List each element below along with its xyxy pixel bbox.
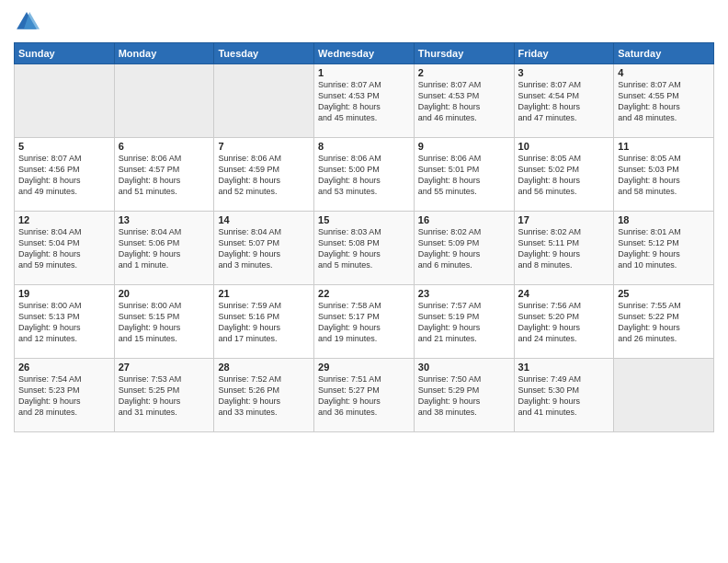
day-cell: 18Sunrise: 8:01 AM Sunset: 5:12 PM Dayli… [614, 212, 714, 285]
header-wednesday: Wednesday [314, 43, 415, 64]
day-info: Sunrise: 7:54 AM Sunset: 5:23 PM Dayligh… [18, 373, 110, 419]
day-cell: 24Sunrise: 7:56 AM Sunset: 5:20 PM Dayli… [514, 285, 614, 359]
day-info: Sunrise: 8:07 AM Sunset: 4:55 PM Dayligh… [618, 79, 710, 124]
day-number: 9 [418, 141, 510, 152]
day-info: Sunrise: 8:02 AM Sunset: 5:11 PM Dayligh… [518, 226, 610, 271]
day-number: 14 [218, 214, 310, 225]
day-cell: 1Sunrise: 8:07 AM Sunset: 4:53 PM Daylig… [314, 64, 415, 138]
day-number: 18 [618, 214, 710, 225]
day-number: 16 [418, 214, 510, 225]
week-row-0: 1Sunrise: 8:07 AM Sunset: 4:53 PM Daylig… [15, 64, 714, 138]
day-number: 31 [518, 362, 610, 373]
day-info: Sunrise: 8:07 AM Sunset: 4:54 PM Dayligh… [518, 79, 610, 124]
day-number: 26 [18, 362, 110, 373]
day-info: Sunrise: 8:00 AM Sunset: 5:13 PM Dayligh… [18, 300, 110, 345]
day-number: 30 [418, 362, 510, 373]
day-cell: 12Sunrise: 8:04 AM Sunset: 5:04 PM Dayli… [15, 212, 115, 285]
day-number: 21 [218, 288, 310, 299]
day-number: 1 [318, 67, 410, 78]
day-number: 29 [318, 362, 410, 373]
day-info: Sunrise: 8:05 AM Sunset: 5:03 PM Dayligh… [618, 153, 710, 198]
day-cell: 7Sunrise: 8:06 AM Sunset: 4:59 PM Daylig… [214, 138, 314, 212]
day-cell: 25Sunrise: 7:55 AM Sunset: 5:22 PM Dayli… [614, 285, 714, 359]
day-info: Sunrise: 7:58 AM Sunset: 5:17 PM Dayligh… [318, 300, 410, 345]
day-info: Sunrise: 7:59 AM Sunset: 5:16 PM Dayligh… [218, 300, 310, 345]
day-number: 3 [518, 67, 610, 78]
header-sunday: Sunday [15, 43, 115, 64]
day-number: 23 [418, 288, 510, 299]
day-cell: 14Sunrise: 8:04 AM Sunset: 5:07 PM Dayli… [214, 212, 314, 285]
day-number: 11 [618, 141, 710, 152]
day-cell: 10Sunrise: 8:05 AM Sunset: 5:02 PM Dayli… [514, 138, 614, 212]
day-info: Sunrise: 8:06 AM Sunset: 4:59 PM Dayligh… [218, 153, 310, 198]
day-info: Sunrise: 8:01 AM Sunset: 5:12 PM Dayligh… [618, 226, 710, 271]
day-cell: 16Sunrise: 8:02 AM Sunset: 5:09 PM Dayli… [414, 212, 514, 285]
day-info: Sunrise: 8:04 AM Sunset: 5:06 PM Dayligh… [119, 226, 210, 271]
day-info: Sunrise: 8:07 AM Sunset: 4:53 PM Dayligh… [318, 79, 410, 124]
day-cell: 31Sunrise: 7:49 AM Sunset: 5:30 PM Dayli… [514, 359, 614, 432]
day-info: Sunrise: 7:49 AM Sunset: 5:30 PM Dayligh… [518, 373, 610, 419]
day-cell: 3Sunrise: 8:07 AM Sunset: 4:54 PM Daylig… [514, 64, 614, 138]
day-number: 20 [119, 288, 210, 299]
day-number: 2 [418, 67, 510, 78]
day-info: Sunrise: 8:02 AM Sunset: 5:09 PM Dayligh… [418, 226, 510, 271]
day-cell: 22Sunrise: 7:58 AM Sunset: 5:17 PM Dayli… [314, 285, 415, 359]
day-cell: 8Sunrise: 8:06 AM Sunset: 5:00 PM Daylig… [314, 138, 415, 212]
week-row-3: 19Sunrise: 8:00 AM Sunset: 5:13 PM Dayli… [15, 285, 714, 359]
day-cell: 29Sunrise: 7:51 AM Sunset: 5:27 PM Dayli… [314, 359, 415, 432]
day-info: Sunrise: 8:03 AM Sunset: 5:08 PM Dayligh… [318, 226, 410, 271]
day-info: Sunrise: 8:05 AM Sunset: 5:02 PM Dayligh… [518, 153, 610, 198]
logo-icon [14, 9, 40, 35]
logo [14, 9, 43, 35]
day-info: Sunrise: 7:55 AM Sunset: 5:22 PM Dayligh… [618, 300, 710, 345]
header-row-days: SundayMondayTuesdayWednesdayThursdayFrid… [15, 43, 714, 64]
day-number: 19 [18, 288, 110, 299]
header-friday: Friday [514, 43, 614, 64]
day-cell: 9Sunrise: 8:06 AM Sunset: 5:01 PM Daylig… [414, 138, 514, 212]
day-info: Sunrise: 8:07 AM Sunset: 4:53 PM Dayligh… [418, 79, 510, 124]
day-info: Sunrise: 7:53 AM Sunset: 5:25 PM Dayligh… [119, 373, 210, 419]
day-info: Sunrise: 7:51 AM Sunset: 5:27 PM Dayligh… [318, 373, 410, 419]
day-info: Sunrise: 8:06 AM Sunset: 5:01 PM Dayligh… [418, 153, 510, 198]
day-cell: 11Sunrise: 8:05 AM Sunset: 5:03 PM Dayli… [614, 138, 714, 212]
day-cell: 6Sunrise: 8:06 AM Sunset: 4:57 PM Daylig… [114, 138, 214, 212]
day-info: Sunrise: 8:04 AM Sunset: 5:07 PM Dayligh… [218, 226, 310, 271]
day-cell: 30Sunrise: 7:50 AM Sunset: 5:29 PM Dayli… [414, 359, 514, 432]
header-saturday: Saturday [614, 43, 714, 64]
day-info: Sunrise: 8:06 AM Sunset: 4:57 PM Dayligh… [119, 153, 210, 198]
header-row [14, 9, 714, 35]
week-row-4: 26Sunrise: 7:54 AM Sunset: 5:23 PM Dayli… [15, 359, 714, 432]
header-monday: Monday [114, 43, 214, 64]
header-thursday: Thursday [414, 43, 514, 64]
day-number: 12 [18, 214, 110, 225]
day-cell: 13Sunrise: 8:04 AM Sunset: 5:06 PM Dayli… [114, 212, 214, 285]
day-info: Sunrise: 8:00 AM Sunset: 5:15 PM Dayligh… [119, 300, 210, 345]
day-number: 4 [618, 67, 710, 78]
day-number: 6 [119, 141, 210, 152]
day-cell: 23Sunrise: 7:57 AM Sunset: 5:19 PM Dayli… [414, 285, 514, 359]
day-cell [114, 64, 214, 138]
day-number: 13 [119, 214, 210, 225]
day-info: Sunrise: 7:57 AM Sunset: 5:19 PM Dayligh… [418, 300, 510, 345]
day-cell [614, 359, 714, 432]
day-info: Sunrise: 7:50 AM Sunset: 5:29 PM Dayligh… [418, 373, 510, 419]
day-cell: 5Sunrise: 8:07 AM Sunset: 4:56 PM Daylig… [15, 138, 115, 212]
page-container: SundayMondayTuesdayWednesdayThursdayFrid… [0, 0, 728, 442]
day-info: Sunrise: 7:52 AM Sunset: 5:26 PM Dayligh… [218, 373, 310, 419]
day-cell [214, 64, 314, 138]
day-cell: 15Sunrise: 8:03 AM Sunset: 5:08 PM Dayli… [314, 212, 415, 285]
day-cell: 27Sunrise: 7:53 AM Sunset: 5:25 PM Dayli… [114, 359, 214, 432]
day-number: 15 [318, 214, 410, 225]
day-info: Sunrise: 7:56 AM Sunset: 5:20 PM Dayligh… [518, 300, 610, 345]
day-cell: 20Sunrise: 8:00 AM Sunset: 5:15 PM Dayli… [114, 285, 214, 359]
day-number: 25 [618, 288, 710, 299]
header-tuesday: Tuesday [214, 43, 314, 64]
day-cell [15, 64, 115, 138]
day-number: 22 [318, 288, 410, 299]
day-cell: 17Sunrise: 8:02 AM Sunset: 5:11 PM Dayli… [514, 212, 614, 285]
day-number: 17 [518, 214, 610, 225]
day-info: Sunrise: 8:07 AM Sunset: 4:56 PM Dayligh… [18, 153, 110, 198]
day-info: Sunrise: 8:04 AM Sunset: 5:04 PM Dayligh… [18, 226, 110, 271]
day-number: 5 [18, 141, 110, 152]
week-row-2: 12Sunrise: 8:04 AM Sunset: 5:04 PM Dayli… [15, 212, 714, 285]
